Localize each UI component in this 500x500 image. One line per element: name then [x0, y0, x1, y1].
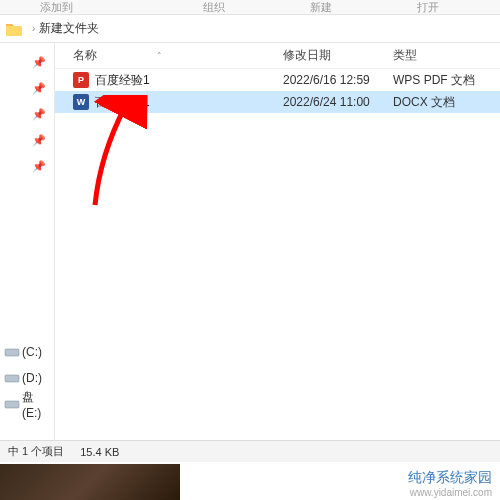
pin-icon: 📌	[32, 82, 46, 95]
file-name: 百度经验1	[95, 94, 283, 111]
chevron-right-icon: ›	[32, 23, 35, 34]
toolbar: 添加到 组织 新建 打开	[0, 0, 500, 15]
svg-rect-1	[5, 375, 19, 382]
sidebar-drive-d[interactable]: (D:)	[0, 365, 54, 391]
column-header-name[interactable]: 名称 ˄	[73, 47, 283, 64]
sidebar: 📌 📌 📌 📌 📌 (C:) (D:) 盘 (E:)	[0, 43, 55, 443]
sort-indicator-icon: ˄	[157, 51, 162, 61]
docx-file-icon: W	[73, 94, 89, 110]
toolbar-label: 新建	[310, 0, 332, 15]
sidebar-pin-item[interactable]: 📌	[0, 49, 54, 75]
status-size: 15.4 KB	[80, 446, 119, 458]
sidebar-pin-item[interactable]: 📌	[0, 153, 54, 179]
file-row[interactable]: W 百度经验1 2022/6/24 11:00 DOCX 文档	[55, 91, 500, 113]
drive-icon	[4, 346, 20, 358]
toolbar-label: 组织	[203, 0, 225, 15]
column-header-date[interactable]: 修改日期	[283, 47, 393, 64]
file-list-area: 名称 ˄ 修改日期 类型 P 百度经验1 2022/6/16 12:59 WPS…	[55, 43, 500, 443]
pin-icon: 📌	[32, 160, 46, 173]
status-selection: 中 1 个项目	[8, 444, 64, 459]
file-name: 百度经验1	[95, 72, 283, 89]
sidebar-pin-item[interactable]: 📌	[0, 75, 54, 101]
sidebar-drive-c[interactable]: (C:)	[0, 339, 54, 365]
sidebar-pin-item[interactable]: 📌	[0, 127, 54, 153]
watermark: 纯净系统家园 www.yidaimei.com	[408, 469, 492, 498]
watermark-url: www.yidaimei.com	[408, 487, 492, 498]
column-header-type[interactable]: 类型	[393, 47, 483, 64]
drive-label: (D:)	[22, 371, 42, 385]
svg-rect-2	[5, 401, 19, 408]
pin-icon: 📌	[32, 108, 46, 121]
status-bar: 中 1 个项目 15.4 KB	[0, 440, 500, 462]
drive-label: (C:)	[22, 345, 42, 359]
sidebar-drive-e[interactable]: 盘 (E:)	[0, 391, 54, 417]
file-type: WPS PDF 文档	[393, 72, 483, 89]
sidebar-pin-item[interactable]: 📌	[0, 101, 54, 127]
pin-icon: 📌	[32, 134, 46, 147]
pin-icon: 📌	[32, 56, 46, 69]
file-date: 2022/6/16 12:59	[283, 73, 393, 87]
drive-icon	[4, 372, 20, 384]
file-row[interactable]: P 百度经验1 2022/6/16 12:59 WPS PDF 文档	[55, 69, 500, 91]
toolbar-label: 添加到	[40, 0, 73, 15]
pdf-file-icon: P	[73, 72, 89, 88]
column-headers: 名称 ˄ 修改日期 类型	[55, 43, 500, 69]
svg-rect-0	[5, 349, 19, 356]
file-type: DOCX 文档	[393, 94, 483, 111]
file-date: 2022/6/24 11:00	[283, 95, 393, 109]
folder-icon	[6, 21, 22, 37]
breadcrumb[interactable]: › 新建文件夹	[0, 15, 500, 43]
bottom-strip	[0, 464, 180, 500]
drive-icon	[4, 398, 20, 410]
toolbar-label: 打开	[417, 0, 439, 15]
breadcrumb-folder[interactable]: 新建文件夹	[39, 20, 99, 37]
watermark-title: 纯净系统家园	[408, 469, 492, 487]
drive-label: 盘 (E:)	[22, 389, 54, 420]
